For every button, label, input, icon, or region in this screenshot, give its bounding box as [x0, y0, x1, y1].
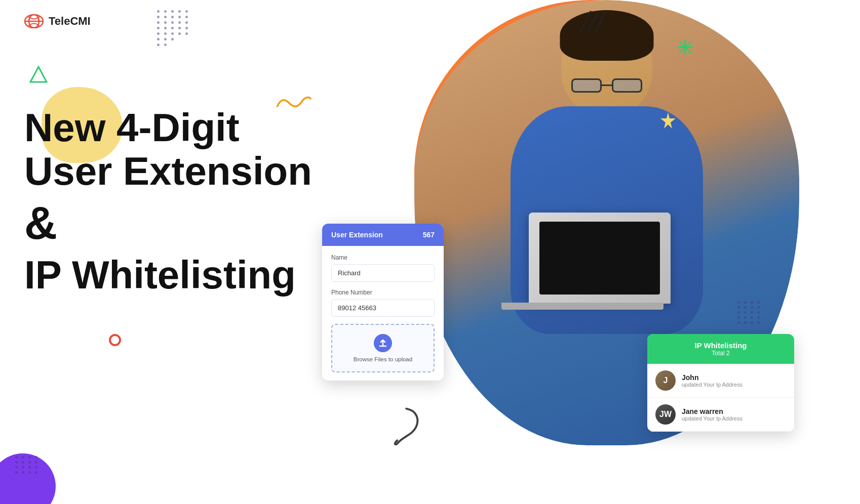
ip-card-header: IP Whitelisting Total 2	[647, 334, 794, 364]
logo: TeleCMI	[24, 14, 91, 28]
card-header: User Extension 567	[322, 224, 444, 246]
name-input[interactable]	[331, 264, 435, 282]
ip-user-info: Jane warren updated Your Ip Address	[682, 407, 742, 422]
heading-line1: New 4-Digit	[24, 105, 240, 150]
heading-line3: IP Whitelisting	[24, 253, 296, 297]
upload-icon-wrapper	[338, 334, 427, 352]
ip-card-title: IP Whitelisting	[656, 341, 785, 350]
avatar-jane: JW	[655, 404, 676, 425]
upload-arrow-icon	[378, 339, 387, 348]
upload-icon-circle	[374, 334, 392, 352]
ip-user-info: John updated Your Ip Address	[682, 373, 742, 388]
dots-bottom-left-decoration	[15, 456, 39, 474]
ip-user-row: J John updated Your Ip Address	[647, 364, 794, 398]
phone-input[interactable]	[331, 299, 435, 317]
ip-user-status: updated Your Ip Address	[682, 415, 742, 422]
phone-label: Phone Number	[331, 289, 435, 296]
upload-text: Browse Files to upload	[338, 356, 427, 362]
dots-top-decoration	[157, 10, 189, 46]
star-decoration	[678, 39, 693, 58]
ip-user-name: John	[682, 373, 742, 382]
name-label: Name	[331, 254, 435, 261]
ip-card-subtitle: Total 2	[656, 350, 785, 357]
ip-user-status: updated Your Ip Address	[682, 382, 742, 388]
triangle-decoration	[29, 66, 48, 85]
telecmi-logo-icon	[24, 14, 44, 28]
curl-decoration	[381, 403, 424, 456]
card-body: Name Phone Number Browse Files to upload	[322, 246, 444, 381]
heading-ampersand: &	[24, 198, 338, 248]
avatar: JW	[655, 404, 676, 425]
red-circle-decoration	[109, 334, 121, 346]
heading-line2: User Extension	[24, 149, 312, 193]
yellow-star-decoration	[658, 111, 678, 135]
card-header-number: 567	[423, 231, 435, 239]
ip-card-body: J John updated Your Ip Address JW Jane w…	[647, 364, 794, 432]
avatar: J	[655, 370, 676, 391]
slash-decoration	[578, 9, 606, 36]
card-header-title: User Extension	[331, 231, 383, 239]
ip-whitelisting-card: IP Whitelisting Total 2 J John updated Y…	[647, 334, 794, 432]
user-extension-card: User Extension 567 Name Phone Number Bro…	[322, 224, 444, 381]
logo-text: TeleCMI	[49, 15, 91, 28]
avatar-john: J	[655, 370, 676, 391]
dots-right-decoration	[737, 301, 761, 324]
main-heading: New 4-Digit User Extension & IP Whitelis…	[24, 106, 338, 297]
file-upload-area[interactable]: Browse Files to upload	[331, 324, 435, 372]
ip-user-row: JW Jane warren updated Your Ip Address	[647, 398, 794, 432]
ip-user-name: Jane warren	[682, 407, 742, 415]
